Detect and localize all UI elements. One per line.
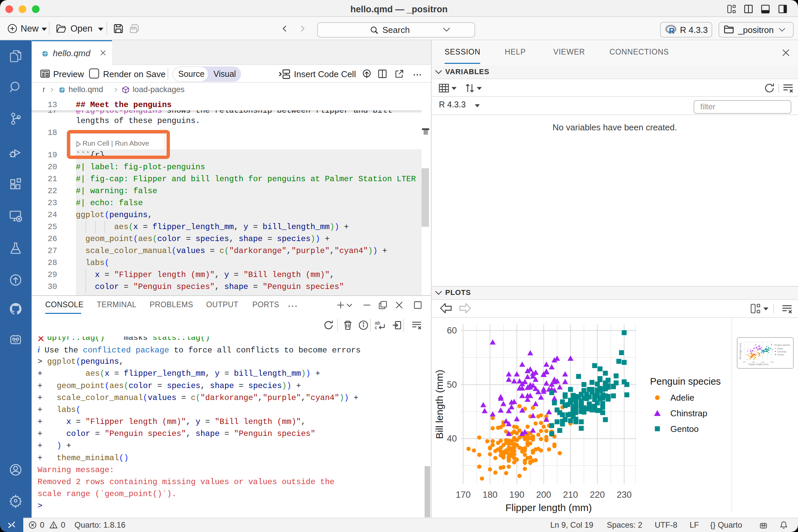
svg-text:Bill length (mm): Bill length (mm) [739,343,742,359]
svg-text:Adelie: Adelie [670,393,694,403]
svg-text:Gentoo: Gentoo [777,354,784,356]
svg-text:190: 190 [752,361,756,363]
svg-text:Chinstrap: Chinstrap [670,408,707,418]
svg-text:210: 210 [761,361,765,363]
svg-text:50: 50 [447,380,457,390]
svg-text:230: 230 [770,361,774,363]
svg-text:Flipper length (mm): Flipper length (mm) [748,363,769,366]
svg-text:Penguin species: Penguin species [650,376,721,387]
svg-text:200: 200 [536,490,551,500]
svg-text:Bill length (mm): Bill length (mm) [434,370,445,439]
svg-text:180: 180 [482,490,497,500]
svg-text:Chinstrap: Chinstrap [777,350,786,353]
svg-text:210: 210 [563,490,578,500]
svg-text:Penguin species: Penguin species [774,344,790,346]
svg-text:60: 60 [447,325,457,336]
svg-text:Gentoo: Gentoo [670,424,699,434]
svg-text:170: 170 [456,490,471,500]
svg-text:190: 190 [509,490,524,500]
svg-text:Adelie: Adelie [777,347,783,350]
svg-text:230: 230 [617,490,632,500]
svg-text:170: 170 [742,361,746,363]
svg-text:Flipper length (mm): Flipper length (mm) [506,502,592,513]
svg-text:40: 40 [447,434,457,443]
svg-text:220: 220 [590,490,605,500]
